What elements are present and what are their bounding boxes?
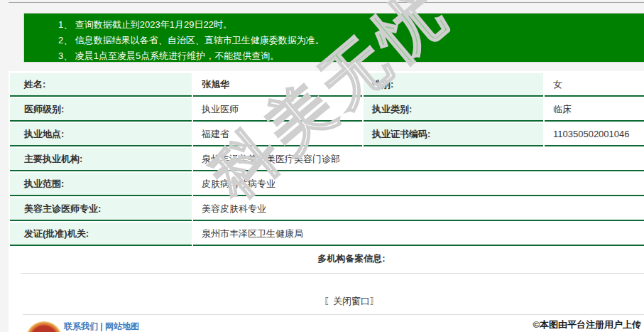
footer-links[interactable]: 联系我们 | 网站地图 <box>64 321 139 332</box>
field-value-cosmetic-specialty: 美容皮肤科专业 <box>193 198 644 221</box>
table-row: 医师级别: 执业医师 执业类别: 临床 <box>10 98 644 122</box>
field-value-practice-category: 临床 <box>545 98 644 122</box>
field-label-name: 姓名: <box>10 73 192 97</box>
table-row: 美容主诊医师专业: 美容皮肤科专业 <box>10 198 644 221</box>
field-label-doctor-level: 医师级别: <box>10 98 192 122</box>
divider <box>21 273 644 274</box>
field-label-practice-category: 执业类别: <box>364 98 543 122</box>
field-value-practice-location: 福建省 <box>193 123 362 146</box>
field-label-cosmetic-specialty: 美容主诊医师专业: <box>10 198 192 221</box>
field-label-certificate-number: 执业证书编码: <box>364 123 543 146</box>
table-row: 执业范围: 皮肤病与性病专业 <box>10 173 644 196</box>
notice-line-3: 3、 凌晨1点至凌晨5点系统进行维护，不能提供查询。 <box>58 48 644 64</box>
notice-box: 1、 查询数据截止到2023年1月29日22时。 2、 信息数据结果以各省、自治… <box>23 13 644 63</box>
practitioner-info-table: 姓名: 张旭华 性别: 女 医师级别: 执业医师 执业类别: 临床 执业地点: … <box>9 72 644 247</box>
field-value-practice-scope: 皮肤病与性病专业 <box>193 173 644 196</box>
field-label-gender: 性别: <box>364 73 543 97</box>
field-label-practice-scope: 执业范围: <box>10 173 192 196</box>
content-panel: 姓名: 张旭华 性别: 女 医师级别: 执业医师 执业类别: 临床 执业地点: … <box>9 71 644 332</box>
field-value-gender: 女 <box>545 73 644 97</box>
notice-line-1: 1、 查询数据截止到2023年1月29日22时。 <box>58 17 644 33</box>
field-value-main-institution: 泉州丰泽美莱华美医疗美容门诊部 <box>193 148 644 171</box>
field-value-certificate-number: 110350502001046 <box>545 123 644 146</box>
close-window-link[interactable]: 〖关闭窗口〗 <box>324 296 379 306</box>
table-row: 姓名: 张旭华 性别: 女 <box>10 73 644 97</box>
upload-attribution: ©本图由平台注册用户上传 <box>533 318 641 331</box>
site-logo <box>26 321 62 332</box>
notice-line-2: 2、 信息数据结果以各省、自治区、直辖市卫生健康委数据为准。 <box>58 33 644 48</box>
field-value-doctor-level: 执业医师 <box>193 98 362 122</box>
field-label-main-institution: 主要执业机构: <box>10 148 192 171</box>
multi-org-section-title: 多机构备案信息: <box>9 252 644 265</box>
field-label-practice-location: 执业地点: <box>10 123 192 146</box>
field-value-issuing-authority: 泉州市丰泽区卫生健康局 <box>193 223 644 246</box>
top-divider <box>9 2 644 3</box>
field-label-issuing-authority: 发证(批准)机关: <box>10 223 192 246</box>
table-row: 主要执业机构: 泉州丰泽美莱华美医疗美容门诊部 <box>10 148 644 171</box>
table-row: 执业地点: 福建省 执业证书编码: 110350502001046 <box>10 123 644 146</box>
close-window-row: 〖关闭窗口〗 <box>9 294 644 308</box>
field-value-name: 张旭华 <box>193 73 362 97</box>
divider <box>23 314 644 315</box>
table-row: 发证(批准)机关: 泉州市丰泽区卫生健康局 <box>10 223 644 246</box>
